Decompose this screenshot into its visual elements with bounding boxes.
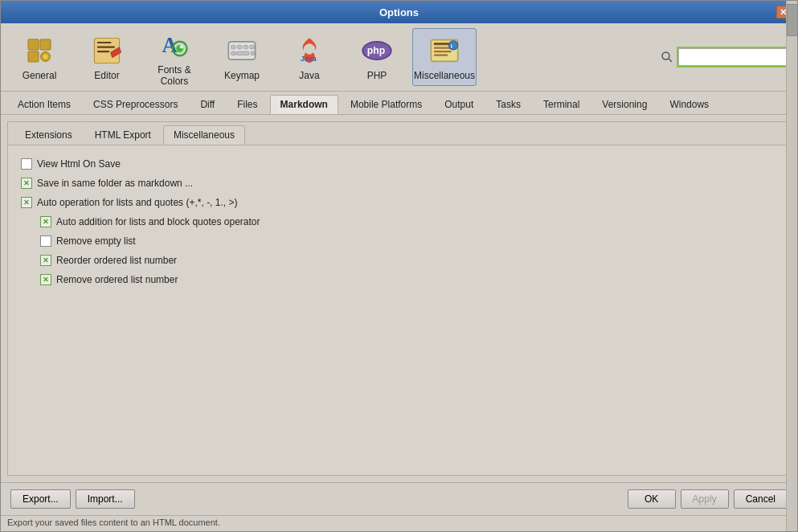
misc-icon: i (428, 35, 460, 67)
svg-rect-2 (28, 51, 39, 62)
tab-tasks[interactable]: Tasks (485, 95, 531, 114)
scrollbar-track[interactable] (786, 145, 790, 475)
svg-text:php: php (367, 45, 385, 56)
toolbar-fonts-label: Fonts & Colors (146, 64, 203, 87)
svg-rect-19 (231, 51, 236, 55)
checkbox-save-same-folder[interactable]: Save in same folder as markdown ... (21, 178, 774, 189)
svg-point-4 (43, 55, 48, 59)
fonts-icon: A (158, 29, 190, 61)
cancel-button[interactable]: Cancel (734, 489, 788, 509)
svg-line-33 (669, 59, 672, 62)
tab-output[interactable]: Output (434, 95, 484, 114)
tab-windows[interactable]: Windows (659, 95, 719, 114)
svg-rect-6 (97, 42, 112, 43)
svg-rect-17 (243, 45, 248, 48)
tab-versioning[interactable]: Versioning (591, 95, 657, 114)
java-icon: Java (293, 35, 325, 67)
svg-rect-0 (28, 39, 39, 50)
footer: Export... Import... OK Apply Cancel (1, 482, 797, 515)
svg-text:i: i (451, 43, 452, 50)
dialog-title: Options (22, 6, 776, 18)
svg-rect-1 (40, 39, 51, 50)
toolbar-item-editor[interactable]: Editor (75, 28, 139, 86)
svg-rect-16 (237, 45, 242, 48)
statusbar-text: Export your saved files content to an HT… (7, 518, 220, 527)
checkbox-remove-ordered[interactable]: Remove ordered list number (40, 274, 774, 285)
footer-right: OK Apply Cancel (628, 489, 788, 509)
auto-operation-label: Auto operation for lists and quotes (+,*… (37, 197, 237, 208)
svg-rect-29 (434, 54, 448, 55)
checkbox-auto-operation-checked[interactable] (21, 197, 32, 208)
checkbox-remove-empty-unchecked[interactable] (40, 235, 51, 247)
checkbox-reorder-checked[interactable] (40, 255, 51, 266)
svg-rect-21 (251, 51, 254, 55)
toolbar-item-keymap[interactable]: Keymap (210, 28, 274, 86)
search-icon[interactable] (659, 49, 675, 65)
toolbar-misc-label: Miscellaneous (414, 70, 475, 81)
toolbar-item-fonts[interactable]: A Fonts & Colors (142, 28, 207, 86)
checkbox-auto-addition-checked[interactable] (40, 216, 51, 227)
keymap-icon (226, 35, 258, 67)
import-button[interactable]: Import... (76, 489, 135, 509)
toolbar-item-java[interactable]: Java Java (277, 28, 342, 86)
toolbar-php-label: PHP (367, 70, 387, 81)
checkbox-save-folder-checked[interactable] (21, 178, 32, 189)
save-folder-label: Save in same folder as markdown ... (37, 178, 193, 189)
auto-addition-label: Auto addition for lists and block quotes… (56, 216, 260, 227)
tab-html-export[interactable]: HTML Export (84, 125, 162, 145)
tab-files[interactable]: Files (227, 95, 268, 114)
search-input[interactable] (678, 48, 791, 66)
svg-rect-18 (250, 45, 255, 48)
php-icon: php (361, 35, 393, 67)
title-bar: Options ✕ (1, 1, 797, 23)
tab-action-items[interactable]: Action Items (7, 95, 81, 114)
checkbox-auto-operation[interactable]: Auto operation for lists and quotes (+,*… (21, 197, 774, 208)
toolbar-keymap-label: Keymap (224, 70, 260, 81)
checkbox-view-html-unchecked[interactable] (21, 158, 32, 170)
toolbar-search (659, 48, 791, 66)
tab-miscellaneous-inner[interactable]: Miscellaneous (163, 125, 245, 145)
statusbar: Export your saved files content to an HT… (1, 515, 797, 531)
checkbox-auto-addition[interactable]: Auto addition for lists and block quotes… (40, 216, 774, 227)
toolbar-editor-label: Editor (94, 70, 119, 81)
checkbox-view-html-on-save[interactable]: View Html On Save (21, 158, 774, 170)
outer-tabs: Action Items CSS Preprocessors Diff File… (1, 92, 797, 115)
svg-point-13 (180, 45, 183, 48)
tab-extensions[interactable]: Extensions (14, 125, 83, 145)
apply-button[interactable]: Apply (681, 489, 729, 509)
ok-button[interactable]: OK (628, 489, 676, 509)
tab-mobile-platforms[interactable]: Mobile Platforms (340, 95, 432, 114)
reorder-label: Reorder ordered list number (56, 255, 177, 266)
toolbar-general-label: General (23, 70, 57, 81)
export-button[interactable]: Export... (10, 489, 71, 509)
general-icon (23, 35, 55, 67)
toolbar-java-label: Java (299, 70, 319, 81)
tab-diff[interactable]: Diff (190, 95, 225, 114)
panel-body: View Html On Save Save in same folder as… (8, 145, 790, 475)
view-html-label: View Html On Save (37, 158, 121, 170)
svg-rect-28 (434, 51, 452, 52)
remove-empty-label: Remove empty list (56, 235, 136, 247)
svg-rect-20 (236, 51, 249, 55)
svg-rect-7 (97, 46, 115, 47)
tab-markdown[interactable]: Markdown (270, 95, 338, 114)
svg-rect-26 (434, 43, 450, 45)
options-dialog: Options ✕ General (0, 0, 798, 532)
toolbar-item-php[interactable]: php PHP (345, 28, 409, 86)
svg-rect-15 (231, 45, 236, 48)
tab-css-preprocessors[interactable]: CSS Preprocessors (83, 95, 188, 114)
svg-text:Java: Java (301, 55, 317, 63)
toolbar: General Editor A (1, 23, 797, 92)
checkbox-remove-empty-list[interactable]: Remove empty list (40, 235, 774, 247)
checkbox-reorder-ordered[interactable]: Reorder ordered list number (40, 255, 774, 266)
remove-ordered-label: Remove ordered list number (56, 274, 178, 285)
toolbar-item-miscellaneous[interactable]: i Miscellaneous (412, 28, 477, 86)
toolbar-item-general[interactable]: General (7, 28, 72, 86)
editor-icon (91, 35, 123, 67)
tab-terminal[interactable]: Terminal (533, 95, 590, 114)
inner-panel: Extensions HTML Export Miscellaneous Vie… (7, 121, 791, 476)
checkbox-remove-ordered-checked[interactable] (40, 274, 51, 285)
main-content: Extensions HTML Export Miscellaneous Vie… (1, 115, 797, 482)
footer-left: Export... Import... (10, 489, 135, 509)
svg-rect-8 (97, 51, 110, 52)
